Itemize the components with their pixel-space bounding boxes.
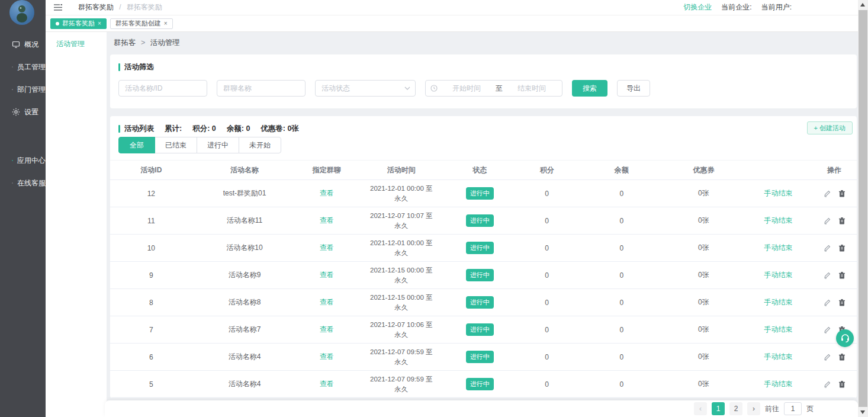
tab-group-reward-create[interactable]: 群拓客奖励创建 ×	[110, 18, 173, 29]
scroll-up-icon[interactable]	[860, 3, 865, 7]
create-activity-button[interactable]: + 创建活动	[807, 121, 853, 134]
view-group-link[interactable]: 查看	[320, 298, 334, 306]
date-range-picker[interactable]: 开始时间 至 结束时间	[425, 80, 562, 97]
cell-activity-name: 活动名称8	[192, 297, 297, 307]
table-row: 8 活动名称8 查看 2021-12-15 00:00 至 永久 进行中 0 0…	[110, 289, 857, 316]
sidebar-item-label: 设置	[24, 107, 38, 117]
cell-balance: 0	[580, 326, 663, 334]
summary-balance: 余额: 0	[227, 124, 250, 134]
tab-close-icon[interactable]: ×	[164, 20, 168, 27]
manual-end-link[interactable]: 手动结束	[764, 243, 793, 252]
manual-end-link[interactable]: 手动结束	[764, 271, 793, 279]
manual-end-link[interactable]: 手动结束	[764, 298, 793, 306]
status-badge: 进行中	[466, 269, 494, 281]
sidebar-item-app-center[interactable]: 应用中心	[0, 149, 46, 172]
list-header: 活动列表 累计: 积分: 0 余额: 0 优惠卷: 0张	[110, 116, 857, 134]
cell-balance: 0	[580, 244, 663, 252]
edit-icon[interactable]	[824, 326, 831, 333]
sidebar-item-settings[interactable]: 设置	[0, 101, 46, 123]
sidebar-item-overview[interactable]: 概况	[0, 33, 46, 56]
activity-status-select[interactable]: 活动状态	[315, 80, 416, 97]
edit-icon[interactable]	[824, 353, 831, 361]
delete-icon[interactable]	[838, 217, 846, 224]
mascot-icon	[9, 0, 34, 25]
time-line2: 永久	[356, 384, 446, 394]
manual-end-link[interactable]: 手动结束	[764, 325, 793, 333]
manual-end-link[interactable]: 手动结束	[764, 189, 793, 197]
table-row: 11 活动名称11 查看 2021-12-07 10:07 至 永久 进行中 0…	[110, 207, 857, 235]
view-group-link[interactable]: 查看	[320, 243, 334, 252]
status-badge: 进行中	[466, 296, 494, 309]
tab-group-reward[interactable]: 群拓客奖励 ×	[50, 18, 107, 29]
page-button-2[interactable]: 2	[729, 402, 742, 415]
search-button[interactable]: 搜索	[572, 80, 607, 97]
cell-activity-time: 2021-12-07 10:06 至 永久	[356, 320, 446, 339]
view-group-link[interactable]: 查看	[320, 189, 334, 197]
monitor-icon	[12, 40, 20, 49]
tab-label: 群拓客奖励创建	[115, 19, 161, 28]
prev-page-button[interactable]: ‹	[694, 402, 707, 415]
menu-fold-icon[interactable]	[53, 4, 63, 11]
cell-actions	[812, 380, 857, 388]
sidebar-item-staff[interactable]: 员工管理	[0, 56, 46, 78]
cell-actions	[812, 217, 857, 224]
cell-points: 0	[513, 299, 580, 307]
view-group-link[interactable]: 查看	[320, 380, 334, 388]
next-page-button[interactable]: ›	[747, 402, 760, 415]
time-line1: 2021-12-01 00:00 至	[356, 238, 446, 248]
edit-icon[interactable]	[824, 271, 831, 279]
delete-icon[interactable]	[838, 353, 846, 361]
cell-activity-name: 活动名称9	[192, 270, 297, 280]
cell-coupons: 0张	[663, 297, 745, 307]
manual-end-link[interactable]: 手动结束	[764, 216, 793, 224]
logo-avatar[interactable]	[9, 0, 34, 25]
edit-icon[interactable]	[824, 244, 831, 252]
status-badge: 进行中	[466, 378, 494, 390]
title-bar-accent	[118, 63, 120, 71]
edit-icon[interactable]	[824, 217, 831, 224]
sidebar-item-department[interactable]: 部门管理	[0, 78, 46, 101]
edit-icon[interactable]	[824, 299, 831, 306]
group-name-input[interactable]	[217, 80, 306, 97]
activity-table: 活动ID 活动名称 指定群聊 活动时间 状态 积分 余额 优惠券 操作 12 t…	[110, 160, 857, 398]
status-tab-all[interactable]: 全部	[118, 137, 155, 153]
status-tab-ended[interactable]: 已结束	[155, 137, 197, 153]
goto-page-input[interactable]	[784, 402, 802, 415]
table-row: 9 活动名称9 查看 2021-12-15 00:00 至 永久 进行中 0 0…	[110, 262, 857, 289]
activity-name-input[interactable]	[118, 80, 207, 97]
table-body: 12 test-群奖励01 查看 2021-12-01 00:00 至 永久 进…	[110, 180, 857, 398]
view-group-link[interactable]: 查看	[320, 271, 334, 279]
vertical-scrollbar[interactable]	[858, 0, 868, 417]
breadcrumb-parent[interactable]: 群拓客奖励	[78, 3, 114, 11]
topbar-right-group: 切换企业 当前企业: 当前用户:	[683, 2, 792, 12]
view-group-link[interactable]: 查看	[320, 352, 334, 361]
edit-icon[interactable]	[824, 380, 831, 388]
page-tab-strip: 群拓客奖励 × 群拓客奖励创建 ×	[46, 15, 858, 32]
scroll-down-icon[interactable]	[860, 410, 865, 414]
view-group-link[interactable]: 查看	[320, 216, 334, 224]
page-button-1[interactable]: 1	[712, 402, 725, 415]
submenu-item-activity[interactable]: 活动管理	[56, 39, 107, 49]
delete-icon[interactable]	[838, 380, 846, 388]
col-activity-id: 活动ID	[110, 165, 192, 175]
delete-icon[interactable]	[838, 190, 846, 197]
status-tab-running[interactable]: 进行中	[197, 137, 239, 153]
manual-end-link[interactable]: 手动结束	[764, 352, 793, 361]
scrollbar-thumb[interactable]	[859, 10, 867, 407]
customer-service-fab[interactable]	[836, 329, 854, 347]
cell-points: 0	[513, 190, 580, 198]
status-tab-not-started[interactable]: 未开始	[239, 137, 281, 153]
delete-icon[interactable]	[838, 244, 846, 252]
edit-icon[interactable]	[824, 190, 831, 197]
apps-grid-icon	[12, 156, 13, 165]
tab-close-icon[interactable]: ×	[98, 20, 101, 27]
sidebar-item-online-service[interactable]: 在线客服	[0, 172, 46, 194]
time-line2: 永久	[356, 330, 446, 340]
main-sidebar: 概况 员工管理 部门管理	[0, 0, 46, 417]
view-group-link[interactable]: 查看	[320, 325, 334, 333]
delete-icon[interactable]	[838, 299, 846, 306]
manual-end-link[interactable]: 手动结束	[764, 380, 793, 388]
delete-icon[interactable]	[838, 271, 846, 279]
switch-company-link[interactable]: 切换企业	[683, 2, 712, 12]
export-button[interactable]: 导出	[617, 80, 650, 97]
